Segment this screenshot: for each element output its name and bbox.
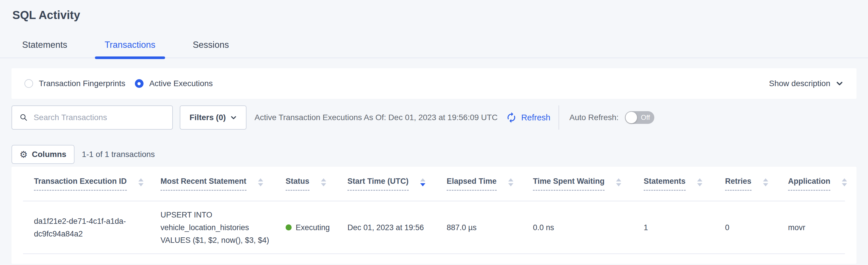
cell-application: movr	[788, 221, 845, 234]
search-box	[11, 105, 173, 130]
cell-start-time: Dec 01, 2023 at 19:56	[347, 221, 447, 234]
refresh-label: Refresh	[521, 113, 551, 123]
refresh-icon	[506, 112, 517, 123]
table-toolbar: ⚙ Columns 1-1 of 1 transactions	[11, 145, 857, 164]
header-most-recent-statement[interactable]: Most Recent Statement	[160, 177, 286, 191]
toolbar-divider	[559, 105, 559, 130]
search-input[interactable]	[34, 113, 165, 122]
radio-active-executions[interactable]: Active Executions	[135, 79, 213, 88]
gear-icon: ⚙	[20, 150, 28, 159]
columns-label: Columns	[32, 150, 66, 159]
tab-sessions[interactable]: Sessions	[183, 40, 239, 58]
header-status[interactable]: Status	[286, 177, 347, 191]
cell-most-recent-statement: UPSERT INTO vehicle_location_histories V…	[160, 209, 286, 246]
table-row: da1f21e2-de71-4c1f-a1da-dc9fc94a84a2 UPS…	[23, 201, 845, 254]
chevron-down-icon	[230, 114, 237, 121]
sort-icon	[321, 178, 326, 186]
header-time-spent-waiting[interactable]: Time Spent Waiting	[533, 177, 644, 191]
header-elapsed-time[interactable]: Elapsed Time	[447, 177, 533, 191]
table-header-row: Transaction Execution ID Most Recent Sta…	[23, 167, 845, 201]
radio-transaction-fingerprints[interactable]: Transaction Fingerprints	[25, 79, 125, 88]
header-transaction-execution-id[interactable]: Transaction Execution ID	[34, 177, 160, 191]
sort-icon	[420, 178, 425, 186]
sort-icon	[763, 178, 768, 186]
header-retries[interactable]: Retries	[725, 177, 788, 191]
view-mode-card: Transaction Fingerprints Active Executio…	[11, 68, 857, 99]
transactions-toolbar: Filters (0) Active Transaction Execution…	[11, 105, 857, 130]
cell-status: Executing	[286, 221, 347, 234]
header-start-time[interactable]: Start Time (UTC)	[347, 177, 447, 191]
toggle-knob	[625, 112, 637, 123]
header-application[interactable]: Application	[788, 177, 847, 191]
tab-statements[interactable]: Statements	[12, 40, 77, 58]
auto-refresh-toggle[interactable]: Off	[625, 111, 654, 124]
cell-time-spent-waiting: 0.0 ns	[533, 221, 644, 234]
auto-refresh-label: Auto Refresh:	[569, 113, 619, 122]
cell-retries: 0	[725, 221, 788, 234]
header-statements[interactable]: Statements	[644, 177, 725, 191]
cell-statements: 1	[644, 221, 725, 234]
status-badge: Executing	[296, 221, 330, 234]
view-mode-radio-group: Transaction Fingerprints Active Executio…	[25, 79, 213, 88]
refresh-button[interactable]: Refresh	[506, 112, 551, 123]
columns-button[interactable]: ⚙ Columns	[11, 145, 74, 164]
tab-transactions[interactable]: Transactions	[95, 40, 165, 58]
radio-button-icon	[25, 79, 33, 88]
tab-bar: Statements Transactions Sessions	[0, 40, 868, 58]
sort-icon	[138, 178, 144, 186]
chevron-down-icon	[836, 80, 843, 87]
page-title: SQL Activity	[0, 0, 868, 22]
filters-label: Filters (0)	[189, 113, 226, 122]
as-of-timestamp: Active Transaction Executions As Of: Dec…	[254, 113, 498, 122]
sql-activity-page: SQL Activity Statements Transactions Ses…	[0, 0, 868, 265]
sort-icon	[508, 178, 514, 186]
filters-button[interactable]: Filters (0)	[180, 105, 246, 130]
sort-icon	[616, 178, 621, 186]
sort-icon	[697, 178, 702, 186]
results-count: 1-1 of 1 transactions	[82, 150, 155, 159]
status-dot	[286, 224, 291, 231]
search-icon	[20, 113, 28, 122]
show-description-button[interactable]: Show description	[769, 79, 843, 88]
cell-transaction-execution-id[interactable]: da1f21e2-de71-4c1f-a1da-dc9fc94a84a2	[34, 215, 160, 240]
sort-icon	[842, 178, 847, 186]
show-description-label: Show description	[769, 79, 830, 88]
cell-elapsed-time: 887.0 µs	[447, 221, 533, 234]
toggle-state-label: Off	[641, 113, 650, 122]
radio-label: Transaction Fingerprints	[39, 79, 125, 88]
radio-label: Active Executions	[149, 79, 213, 88]
radio-button-icon	[135, 79, 144, 88]
transactions-table: Transaction Execution ID Most Recent Sta…	[11, 167, 857, 264]
sort-icon	[258, 178, 263, 186]
